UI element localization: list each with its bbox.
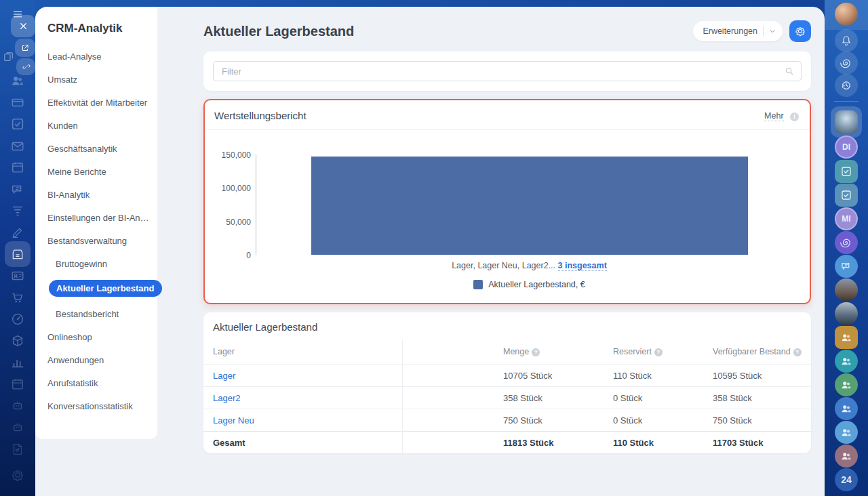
help-icon[interactable]: ? — [532, 348, 540, 356]
categories-total-link[interactable]: 3 insgesamt — [558, 261, 607, 271]
sidebar-item-geschaeftsanalytik[interactable]: Geschäftsanalytik — [47, 144, 153, 154]
sidebar-item-anwendungen[interactable]: Anwendungen — [47, 355, 153, 365]
main-content: Aktueller Lagerbestand Erweiterungen — [168, 7, 825, 496]
id-card-icon[interactable] — [0, 268, 35, 283]
group-icon[interactable] — [835, 373, 858, 396]
cell-reserviert: 110 Stück — [604, 371, 703, 381]
bar-chart-icon[interactable] — [0, 355, 35, 370]
extensions-label: Erweiterungen — [703, 26, 757, 36]
chat-avatar[interactable] — [835, 110, 858, 133]
cart-icon[interactable] — [0, 290, 35, 305]
bot-icon[interactable] — [0, 420, 35, 435]
sidebar-item-bi-analytik[interactable]: BI-Analytik — [47, 190, 153, 200]
sidebar-item-bruttogewinn[interactable]: Bruttogewinn — [47, 259, 153, 269]
group-icon[interactable] — [835, 445, 858, 468]
close-slider-button[interactable] — [11, 15, 35, 37]
check-square-icon[interactable] — [0, 117, 35, 131]
group-icon[interactable] — [835, 350, 858, 373]
pen-icon[interactable] — [0, 225, 35, 240]
chart-bar-lagerbestand[interactable] — [311, 157, 749, 255]
cell-verfuegbar: 10595 Stück — [703, 371, 811, 381]
people-icon[interactable] — [0, 73, 35, 88]
inventory-table: Lager Menge? Reserviert? Verfügbarer Bes… — [203, 339, 811, 453]
task-check-icon[interactable] — [835, 160, 858, 183]
cell-gesamt-label: Gesamt — [203, 438, 402, 448]
cell-gesamt-verfuegbar: 11703 Stück — [703, 438, 811, 448]
sidebar-item-meine-berichte[interactable]: Meine Berichte — [47, 167, 153, 177]
box-icon[interactable] — [0, 333, 35, 348]
sidebar-item-bestandsbericht[interactable]: Bestandsbericht — [47, 309, 153, 319]
sidebar-item-anrufstatistik[interactable]: Anrufstatistik — [47, 378, 153, 388]
chat-avatar[interactable] — [835, 302, 858, 325]
store-icon-active[interactable] — [5, 241, 31, 267]
extensions-button[interactable]: Erweiterungen — [693, 21, 783, 41]
cell-menge: 10705 Stück — [402, 371, 604, 381]
chat-badge-di[interactable]: DI — [835, 136, 858, 159]
task-check-icon[interactable] — [835, 184, 858, 207]
table-header-row: Lager Menge? Reserviert? Verfügbarer Bes… — [203, 339, 811, 364]
sidebar-item-onlineshop[interactable]: Onlineshop — [47, 332, 153, 342]
doc-pen-icon[interactable] — [0, 442, 35, 457]
table-row: Lager 10705 Stück 110 Stück 10595 Stück — [203, 364, 811, 386]
legend-swatch — [473, 280, 483, 289]
gear-icon[interactable] — [0, 468, 35, 482]
cell-reserviert: 0 Stück — [604, 393, 703, 403]
chart-plot-area: 150,000 100,000 50,000 0 — [256, 154, 803, 255]
button-divider — [763, 26, 764, 37]
chevron-down-icon — [769, 28, 776, 35]
chat-badge-mi[interactable]: MI — [835, 207, 858, 230]
calendar-icon[interactable] — [0, 160, 35, 175]
crm-analytics-menu: CRM-Analytik Lead-Analyse Umsatz Effekti… — [35, 7, 157, 439]
info-icon[interactable]: i — [790, 112, 799, 121]
copilot-spiral-icon[interactable] — [835, 51, 858, 75]
sidebar-item-effektivitaet[interactable]: Effektivität der Mitarbeiter — [47, 98, 153, 108]
lagerbestand-table-card: Aktueller Lagerbestand Lager Menge? Rese… — [203, 312, 811, 453]
funnel-icon[interactable] — [0, 203, 35, 218]
rail-divider — [834, 101, 859, 102]
spiral-icon[interactable] — [835, 231, 858, 254]
chat-bubbles-icon[interactable] — [835, 255, 858, 278]
robot-icon[interactable] — [0, 398, 35, 413]
chat-avatar[interactable] — [835, 278, 858, 302]
logo-label: 24 — [841, 474, 852, 485]
warehouse-link[interactable]: Lager2 — [213, 393, 240, 403]
sidebar-item-umsatz[interactable]: Umsatz — [47, 75, 153, 85]
help-icon[interactable]: ? — [654, 348, 663, 356]
left-navigation-rail — [0, 0, 35, 496]
filter-input[interactable] — [213, 61, 802, 81]
help-icon[interactable]: ? — [793, 348, 802, 356]
cell-menge: 358 Stück — [402, 393, 604, 403]
warehouse-link[interactable]: Lager — [213, 371, 235, 381]
column-header-menge: Menge — [503, 347, 529, 356]
more-link[interactable]: Mehr — [764, 111, 783, 121]
sidebar-item-bi-einstellungen[interactable]: Einstellungen der BI-Anal... — [47, 213, 153, 223]
sidebar-item-lead-analyse[interactable]: Lead-Analyse — [47, 51, 153, 62]
y-axis-tick: 50,000 — [226, 218, 251, 227]
gauge-icon[interactable] — [0, 312, 35, 327]
cell-gesamt-reserviert: 110 Stück — [604, 438, 703, 448]
history-icon[interactable] — [835, 74, 858, 97]
settings-gear-button[interactable] — [789, 20, 811, 42]
sidebar-item-bestandsverwaltung[interactable]: Bestandsverwaltung — [47, 236, 153, 246]
bell-icon[interactable] — [835, 29, 858, 52]
current-user-avatar[interactable] — [835, 3, 858, 26]
cell-gesamt-menge: 11813 Stück — [402, 438, 604, 448]
wallet-icon[interactable] — [0, 95, 35, 110]
y-axis-tick: 100,000 — [222, 184, 251, 193]
group-icon[interactable] — [835, 421, 858, 444]
group-icon[interactable] — [835, 397, 858, 420]
bitrix24-logo[interactable]: 24 — [835, 468, 858, 491]
group-icon[interactable] — [835, 326, 858, 349]
table-row: Lager Neu 750 Stück 0 Stück 750 Stück — [203, 409, 811, 431]
y-axis-tick: 150,000 — [222, 150, 251, 160]
content-panel: CRM-Analytik Lead-Analyse Umsatz Effekti… — [35, 7, 825, 496]
calendar-clock-icon[interactable] — [0, 377, 35, 392]
legend-label: Aktueller Lagerbestand, € — [488, 280, 585, 289]
sidebar-item-konversationsstatistik[interactable]: Konversationsstatistik — [47, 401, 153, 411]
chat-icon[interactable] — [0, 182, 35, 197]
search-icon[interactable] — [784, 66, 795, 77]
mail-icon[interactable] — [0, 139, 35, 154]
warehouse-link[interactable]: Lager Neu — [213, 415, 254, 426]
sidebar-item-aktueller-lagerbestand[interactable]: Aktueller Lagerbestand — [49, 280, 162, 297]
sidebar-item-kunden[interactable]: Kunden — [47, 121, 153, 131]
